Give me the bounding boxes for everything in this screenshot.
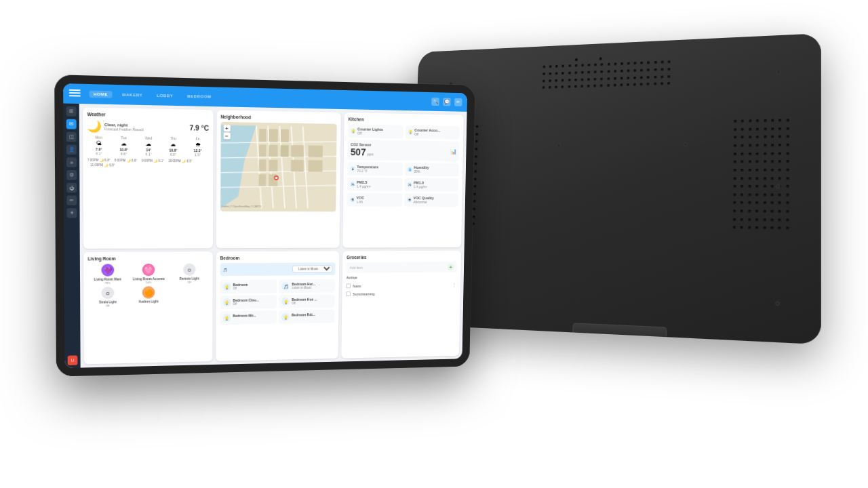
speaker-dot [771,136,774,138]
speaker-dot [555,86,557,89]
speaker-dot [627,83,629,86]
bedroom-har[interactable]: 🎵 Bedroom Har... Listen to Music [279,279,336,293]
bedroom-cloud[interactable]: 💡 Bedroom Clou... Off [220,295,277,309]
speaker-dot [733,226,736,229]
groceries-title: Groceries [347,255,457,260]
sidebar-email-icon[interactable]: ✉ [66,119,77,129]
speaker-dot [755,210,758,213]
map-container[interactable]: Leaflet | © OpenStreetMap, © CARTO + − [220,122,337,211]
speaker-dot [778,177,781,180]
forecast-wed: Wed ☁ 14° 6.1° [138,136,160,156]
kitchen-temperature[interactable]: 🌡 Temperature 70.2 °F [348,162,403,176]
bedroom-mir[interactable]: 💡 Bedroom Mir... [220,310,277,325]
screw-br [775,301,780,306]
menu-icon[interactable] [69,89,81,98]
kitchen-counter-lights[interactable]: 💡 Counter Lights Off [348,124,403,138]
bedroom-main-light[interactable]: 💡 Bedroom Off [220,280,277,294]
weather-title: Weather [87,112,210,119]
sidebar-person-icon[interactable]: 👤 [66,144,77,155]
speaker-dot [561,79,564,81]
sidebar-grid-icon[interactable]: ⊞ [66,106,77,117]
speaker-dot [574,79,577,81]
chat-icon[interactable]: 💬 [443,98,450,106]
nav-tab-lobby[interactable]: LOBBY [153,92,178,100]
bedroom-music-control[interactable]: 🎵 Listen to Music [220,262,335,276]
light-living-room-main[interactable]: 💜 Living Room Main 78% [87,264,127,285]
speaker-dot [587,70,590,73]
sidebar-list-icon[interactable]: ≡ [66,157,77,167]
bedroom-rdi-icon: 💡 [281,313,290,321]
speaker-dot [568,85,570,88]
speaker-dot [475,133,478,136]
nav-tab-home[interactable]: HOME [90,90,113,98]
speaker-dot [734,144,736,147]
music-dropdown[interactable]: Listen to Music [292,265,332,272]
kitchen-grid: 💡 Counter Lights Off [347,124,460,207]
speaker-dot [568,79,570,81]
search-icon[interactable]: 🔍 [431,98,439,106]
speaker-dot [733,185,736,188]
tablet-frame: HOME MAKERY LOBBY BEDROOM 🔍 💬 ✏ [54,75,475,376]
zoom-in-button[interactable]: + [223,125,230,131]
grocery-checkbox-sunstreaming[interactable] [346,291,351,296]
sidebar-sun-icon[interactable]: ☀ [66,208,77,218]
speaker-dot [734,128,736,131]
sidebar-user-avatar[interactable]: U [68,355,78,365]
kitchen-pm10[interactable]: 🌬 PM1.0 1.4 μg/m³ [404,178,458,192]
kitchen-pm25[interactable]: 🌬 PM2.5 1.4 μg/m³ [347,178,403,191]
sidebar-edit-icon[interactable]: ✏ [66,195,77,205]
grocery-checkbox-naito[interactable] [347,283,351,288]
speaker-dot [555,65,558,68]
zoom-out-button[interactable]: − [223,132,230,139]
screw-ml2 [557,144,561,148]
speaker-dot [771,144,774,146]
hourly-11pm: 11:00PM 🌙 6.8° [90,163,115,167]
speaker-dot [601,63,604,66]
nav-tab-makery[interactable]: MAKERY [118,91,147,98]
sidebar: ⊞ ✉ ◫ 👤 ≡ ⚙ ⏻ ✏ ☀ U [63,104,80,369]
kitchen-co2-sensor[interactable]: CO2 Sensor 507 ppm 📊 [348,140,460,161]
light-kedron[interactable]: 🟠 Kedron Light [130,286,168,307]
add-item-button[interactable]: + [448,264,454,270]
speaker-dot [601,70,604,73]
speaker-dot [748,201,751,204]
speaker-dot [786,227,789,230]
speaker-dot [763,177,766,180]
kitchen-voc[interactable]: ⚗ VOC 1.65 [347,193,402,207]
neighborhood-title: Neighborhood [220,115,337,121]
scene: // generate dots [0,0,868,488]
light-living-room-accents[interactable]: 🩷 Living Room Accents 58% [130,264,168,285]
add-item-row: Add item + [347,262,457,273]
add-item-placeholder: Add item [350,265,446,270]
speaker-dot [594,77,597,80]
speaker-dot [778,218,781,221]
light-remote[interactable]: ○ Remote Light Off [170,263,208,284]
speaker-dot [627,69,630,72]
kitchen-card: Kitchen 💡 Counter Lights Off [343,113,464,247]
sidebar-layers-icon[interactable]: ◫ [66,132,77,142]
edit-icon[interactable]: ✏ [454,98,462,106]
speaker-dot [748,210,751,213]
light-strala[interactable]: ○ Strala Light Off [88,287,127,308]
map-zoom-controls[interactable]: + − [223,125,230,140]
tablet-screen: HOME MAKERY LOBBY BEDROOM 🔍 💬 ✏ [63,83,467,368]
speaker-dot [654,61,656,64]
nav-tab-bedroom[interactable]: BEDROOM [183,93,216,100]
speaker-dot [786,185,789,188]
sidebar-settings-icon[interactable]: ⚙ [66,170,77,180]
svg-rect-23 [308,160,322,171]
speaker-dot [627,62,630,65]
speaker-dot [549,79,551,82]
speaker-dot [748,177,751,180]
bedroom-hue[interactable]: 💡 Bedroom Hue ... Off [279,294,335,308]
kitchen-counter-acco[interactable]: 💡 Counter Acco... Off [406,125,460,140]
voc-quality-icon: ⚗ [407,197,412,203]
sidebar-power-icon[interactable]: ⏻ [66,183,77,193]
speaker-dot [756,119,759,122]
weather-main: 🌙 Clear, night Forecast Feather Roosol 7… [87,119,210,135]
bedroom-grid: 🎵 Listen to Music 💡 [220,262,336,325]
grocery-more-icon[interactable]: ⋮ [452,282,457,288]
kitchen-humidity[interactable]: 💧 Humidity 30% [405,163,459,176]
kitchen-voc-quality[interactable]: ⚗ VOC Quality Abnormal [404,193,458,207]
bedroom-rdi[interactable]: 💡 Bedroom Rdi... [279,310,335,324]
